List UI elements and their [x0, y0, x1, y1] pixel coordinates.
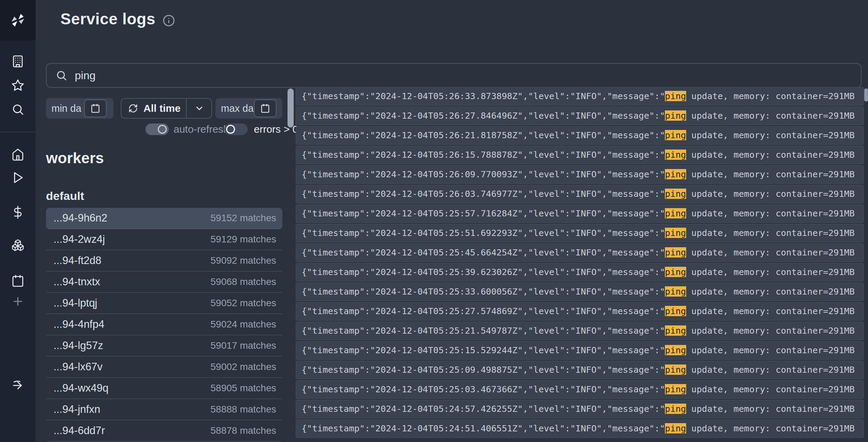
log-row[interactable]: {"timestamp":"2024-12-04T05:26:21.818758…: [296, 126, 864, 145]
log-row[interactable]: {"timestamp":"2024-12-04T05:25:45.664254…: [296, 243, 864, 262]
calendar-icon: [260, 104, 270, 113]
calendar-icon[interactable]: [11, 274, 24, 287]
min-date-calendar-button[interactable]: [84, 99, 107, 117]
log-text: update, memory: container=291MB: [686, 306, 855, 316]
log-text: update, memory: container=291MB: [686, 91, 855, 101]
log-text: update, memory: container=291MB: [686, 404, 855, 414]
star-icon[interactable]: [11, 79, 24, 92]
worker-match-count: 58878 matches: [211, 425, 276, 436]
log-text: {"timestamp":"2024-12-04T05:26:21.818758…: [302, 130, 665, 140]
sidebar: [0, 0, 36, 442]
log-row[interactable]: {"timestamp":"2024-12-04T05:25:03.467366…: [296, 380, 864, 399]
app-logo[interactable]: [0, 0, 36, 40]
worker-row[interactable]: ...94-6dd7r58878 matches: [46, 420, 282, 442]
worker-match-count: 59052 matches: [211, 298, 276, 309]
log-row[interactable]: {"timestamp":"2024-12-04T05:26:15.788878…: [296, 146, 864, 164]
log-row[interactable]: {"timestamp":"2024-12-04T05:25:09.498875…: [296, 361, 864, 379]
log-text: update, memory: container=291MB: [686, 189, 855, 199]
log-text: {"timestamp":"2024-12-04T05:25:15.529244…: [302, 345, 665, 355]
worker-name: ...94-lx67v: [54, 361, 103, 373]
home-icon[interactable]: [11, 148, 24, 161]
log-text: update, memory: container=291MB: [686, 325, 855, 336]
worker-row[interactable]: ...94-lptqj59052 matches: [46, 293, 282, 314]
log-row[interactable]: {"timestamp":"2024-12-04T05:24:51.406551…: [296, 419, 864, 438]
log-text: update, memory: container=291MB: [686, 286, 855, 297]
worker-name: ...94-lptqj: [54, 297, 97, 309]
info-icon[interactable]: [163, 14, 175, 27]
worker-match-count: 58905 matches: [211, 383, 276, 394]
worker-name: ...94-4nfp4: [54, 318, 104, 331]
search-match-highlight: ping: [665, 404, 686, 414]
worker-row[interactable]: ...94-tnxtx59068 matches: [46, 272, 282, 293]
log-text: update, memory: container=291MB: [686, 247, 855, 258]
log-row[interactable]: {"timestamp":"2024-12-04T05:25:15.529244…: [296, 341, 864, 360]
search-match-highlight: ping: [665, 306, 686, 316]
log-row[interactable]: {"timestamp":"2024-12-04T05:25:57.716284…: [296, 204, 864, 223]
search-input[interactable]: [75, 69, 861, 82]
chevron-down-icon: [194, 103, 204, 114]
time-range-label: All time: [143, 103, 180, 114]
worker-row[interactable]: ...94-4nfp459024 matches: [46, 314, 282, 335]
log-text: update, memory: container=291MB: [686, 169, 855, 179]
worker-name: ...94-ft2d8: [54, 254, 102, 267]
worker-name: ...94-9h6n2: [54, 212, 107, 224]
log-text: {"timestamp":"2024-12-04T05:25:21.549787…: [302, 325, 665, 336]
worker-row[interactable]: ...94-wx49q58905 matches: [46, 378, 282, 399]
search-match-highlight: ping: [665, 91, 686, 101]
worker-match-count: 58888 matches: [211, 404, 276, 415]
calendar-icon: [91, 104, 100, 113]
log-row[interactable]: {"timestamp":"2024-12-04T05:26:09.770093…: [296, 165, 864, 184]
worker-row[interactable]: ...94-lx67v59002 matches: [46, 357, 282, 378]
log-text: {"timestamp":"2024-12-04T05:26:33.873898…: [302, 91, 665, 101]
worker-name: ...94-lg57z: [54, 339, 103, 352]
building-icon[interactable]: [11, 55, 24, 68]
worker-name: ...94-6dd7r: [54, 425, 105, 437]
log-text: update, memory: container=291MB: [686, 228, 855, 238]
scrollbar-thumb[interactable]: [288, 88, 294, 128]
worker-row[interactable]: ...94-ft2d859092 matches: [46, 250, 282, 272]
auto-refresh-toggle[interactable]: [145, 123, 169, 135]
search-match-highlight: ping: [665, 384, 686, 394]
log-row[interactable]: {"timestamp":"2024-12-04T05:25:39.623026…: [296, 263, 864, 282]
log-row[interactable]: {"timestamp":"2024-12-04T05:24:57.426255…: [296, 400, 864, 418]
worker-row[interactable]: ...94-9h6n259152 matches: [46, 208, 282, 229]
worker-name: ...94-2wz4j: [54, 233, 105, 246]
worker-row[interactable]: ...94-2wz4j59129 matches: [46, 229, 282, 250]
log-list: {"timestamp":"2024-12-04T05:26:33.873898…: [296, 87, 864, 439]
log-row[interactable]: {"timestamp":"2024-12-04T05:26:27.846496…: [296, 107, 864, 125]
worker-name: ...94-tnxtx: [54, 276, 100, 288]
log-row[interactable]: {"timestamp":"2024-12-04T05:25:21.549787…: [296, 322, 864, 340]
boxes-icon[interactable]: [11, 239, 24, 252]
log-text: update, memory: container=291MB: [686, 267, 855, 277]
plus-icon[interactable]: [11, 295, 24, 308]
log-text: update, memory: container=291MB: [686, 365, 855, 375]
play-icon[interactable]: [11, 171, 24, 184]
dollar-icon[interactable]: [11, 206, 24, 219]
search-match-highlight: ping: [665, 286, 686, 297]
search-nav-icon[interactable]: [11, 103, 24, 116]
worker-row[interactable]: ...94-jnfxn58888 matches: [46, 399, 282, 420]
worker-match-count: 59092 matches: [211, 255, 276, 266]
max-date-calendar-button[interactable]: [254, 99, 277, 117]
log-text: update, memory: container=291MB: [686, 150, 855, 160]
log-text: {"timestamp":"2024-12-04T05:25:27.574869…: [302, 306, 665, 316]
min-date-input[interactable]: min da: [46, 98, 114, 119]
scrollbar-thumb[interactable]: [864, 88, 868, 101]
log-row[interactable]: {"timestamp":"2024-12-04T05:25:27.574869…: [296, 302, 864, 321]
errors-toggle[interactable]: [224, 123, 248, 135]
log-row[interactable]: {"timestamp":"2024-12-04T05:26:33.873898…: [296, 87, 864, 106]
log-text: {"timestamp":"2024-12-04T05:25:09.498875…: [302, 365, 665, 375]
log-row[interactable]: {"timestamp":"2024-12-04T05:25:51.692293…: [296, 224, 864, 242]
worker-list: ...94-9h6n259152 matches...94-2wz4j59129…: [46, 208, 282, 442]
log-text: {"timestamp":"2024-12-04T05:25:39.623026…: [302, 267, 665, 277]
worker-row[interactable]: ...94-lg57z59017 matches: [46, 335, 282, 357]
log-text: {"timestamp":"2024-12-04T05:26:27.846496…: [302, 110, 665, 121]
search-match-highlight: ping: [665, 267, 686, 277]
log-row[interactable]: {"timestamp":"2024-12-04T05:25:33.600056…: [296, 283, 864, 301]
time-range-dropdown[interactable]: [187, 99, 212, 118]
auto-refresh-label: auto-refresh: [174, 123, 229, 135]
expand-sidebar-icon[interactable]: [11, 378, 24, 391]
max-date-input[interactable]: max da: [215, 98, 282, 119]
time-range-button[interactable]: All time: [121, 98, 212, 119]
log-row[interactable]: {"timestamp":"2024-12-04T05:26:03.746977…: [296, 185, 864, 203]
